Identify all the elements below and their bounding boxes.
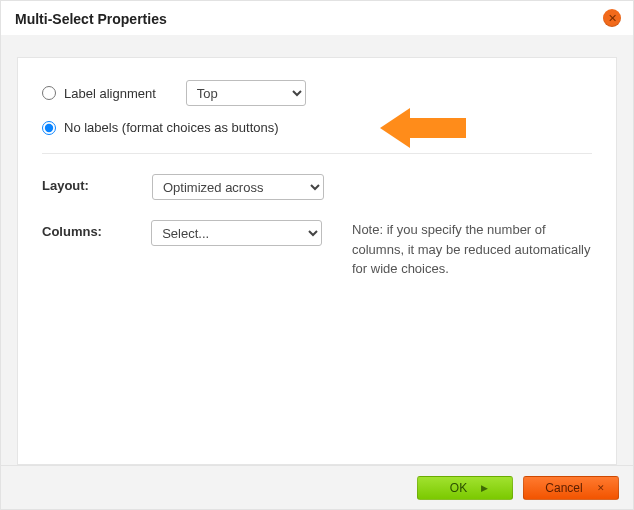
radio-row-label-alignment: Label alignment Top	[42, 80, 592, 106]
radio-label-alignment-input[interactable]	[42, 86, 56, 100]
layout-label: Layout:	[42, 174, 152, 193]
dialog-body-outer: Label alignment Top No labels (format ch…	[1, 35, 633, 465]
ok-button[interactable]: OK ▶	[417, 476, 513, 500]
dialog-panel: Label alignment Top No labels (format ch…	[17, 57, 617, 465]
multi-select-properties-dialog: Multi-Select Properties ✕ Label alignmen…	[0, 0, 634, 510]
radio-row-no-labels: No labels (format choices as buttons)	[42, 120, 592, 135]
cancel-button-label: Cancel	[545, 481, 582, 495]
svg-marker-0	[380, 108, 466, 148]
titlebar: Multi-Select Properties ✕	[1, 1, 633, 35]
layout-select[interactable]: Optimized across	[152, 174, 324, 200]
dialog-title: Multi-Select Properties	[15, 11, 167, 27]
play-icon: ▶	[481, 483, 488, 493]
radio-label-alignment-text: Label alignment	[64, 86, 156, 101]
row-columns: Columns: Select... Note: if you specify …	[42, 220, 592, 279]
arrow-left-icon	[380, 106, 466, 150]
row-layout: Layout: Optimized across	[42, 174, 592, 200]
ok-button-label: OK	[450, 481, 467, 495]
callout-arrow	[380, 106, 466, 150]
alignment-select[interactable]: Top	[186, 80, 306, 106]
section-divider	[42, 153, 592, 154]
close-icon: ✕	[608, 12, 617, 24]
radio-label-alignment[interactable]: Label alignment	[42, 86, 156, 101]
columns-note: Note: if you specify the number of colum…	[352, 220, 592, 279]
columns-select[interactable]: Select...	[151, 220, 322, 246]
close-button[interactable]: ✕	[603, 9, 621, 27]
cancel-button[interactable]: Cancel ✕	[523, 476, 619, 500]
x-icon: ✕	[597, 483, 605, 493]
radio-no-labels-input[interactable]	[42, 121, 56, 135]
radio-no-labels-text: No labels (format choices as buttons)	[64, 120, 279, 135]
radio-no-labels[interactable]: No labels (format choices as buttons)	[42, 120, 279, 135]
columns-label: Columns:	[42, 220, 151, 239]
dialog-footer: OK ▶ Cancel ✕	[1, 465, 633, 509]
